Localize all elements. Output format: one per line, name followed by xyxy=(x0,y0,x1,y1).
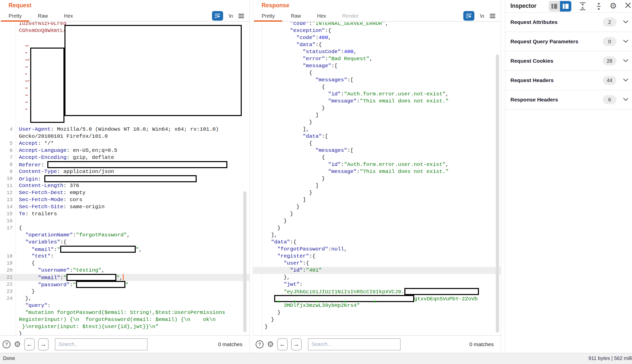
code-row: "error":"Bad Request", xyxy=(253,55,501,62)
inspector-section-request-cookies[interactable]: Request Cookies28 xyxy=(505,51,632,71)
section-label: Response Headers xyxy=(510,97,558,103)
code-row: 7Accept-Encoding: gzip, deflate xyxy=(0,154,250,161)
tab-pretty[interactable]: Pretty xyxy=(254,10,283,21)
previous-match-button[interactable]: ← xyxy=(24,338,35,350)
section-label: Request Headers xyxy=(510,77,554,83)
code-row: "variables":{ xyxy=(0,239,250,246)
section-count-badge: 44 xyxy=(603,76,616,85)
show-newlines-button[interactable]: \n xyxy=(229,13,233,19)
redacted-fragment: mKx xyxy=(25,85,28,89)
code-row: 18 "test": xyxy=(0,253,250,260)
section-count-badge: 28 xyxy=(603,56,616,65)
editor-menu-button[interactable] xyxy=(238,14,244,18)
previous-match-button[interactable]: ← xyxy=(277,338,288,350)
code-row: "message":"This email does not exist." xyxy=(253,98,501,105)
chevron-down-icon[interactable] xyxy=(623,20,628,25)
code-row: "register":{ xyxy=(253,253,501,260)
request-search-input[interactable] xyxy=(55,338,148,350)
chevron-down-icon[interactable] xyxy=(623,59,628,63)
section-label: Request Attributes xyxy=(510,19,557,25)
chevron-down-icon[interactable] xyxy=(623,40,628,44)
line-number: 15 xyxy=(0,210,13,217)
code-row: } xyxy=(253,309,501,316)
inspector-settings-button[interactable]: ⚙ xyxy=(610,1,617,11)
line-number: 16 xyxy=(0,217,13,225)
search-settings-gear-icon[interactable]: ⚙ xyxy=(267,340,274,348)
code-row: "mutation forgotPassword($email: String!… xyxy=(0,309,250,316)
soft-wrap-button[interactable] xyxy=(212,11,223,21)
inspector-panel: Inspector ⚙ xyxy=(505,0,632,353)
tab-pretty[interactable]: Pretty xyxy=(1,10,30,21)
help-icon[interactable]: ? xyxy=(3,340,11,348)
code-row: } xyxy=(0,330,250,335)
chevron-down-icon[interactable] xyxy=(623,78,628,83)
code-row: "data":[ xyxy=(253,133,501,140)
inspector-section-request-headers[interactable]: Request Headers44 xyxy=(505,71,632,90)
response-editor[interactable]: "code":"INTERNAL_SERVER_ERROR", "excepti… xyxy=(253,22,501,335)
inspector-close-button[interactable] xyxy=(625,2,631,9)
section-count-badge: 6 xyxy=(603,95,616,104)
soft-wrap-button[interactable] xyxy=(463,11,474,21)
code-row: ] xyxy=(253,182,501,189)
code-row: gtxvDEqnSVuPbY-2ZoVb xyxy=(253,295,501,302)
code-row: "eyJhbGciOiJIUzI1NiIsInR5cCI6IkpXVCJ9. xyxy=(253,288,501,295)
request-editor[interactable]: Iuz04fNszF0LreqCGhxmOoQ8WXmtL4mKxmKxmKxm… xyxy=(0,22,250,335)
response-size-timing: 911 bytes | 562 millis xyxy=(588,355,632,361)
code-row: 8Referer: xyxy=(0,161,250,168)
tab-raw[interactable]: Raw xyxy=(30,10,56,21)
next-match-button[interactable]: → xyxy=(38,338,49,350)
request-scrollbar[interactable] xyxy=(243,191,247,332)
code-row: 19 { xyxy=(0,260,250,267)
response-scrollbar[interactable] xyxy=(496,54,499,333)
search-settings-gear-icon[interactable]: ⚙ xyxy=(14,340,21,348)
code-row: 22 "password":"" xyxy=(0,281,250,288)
code-row: "forgotPassword":null, xyxy=(253,246,501,253)
response-search-input[interactable] xyxy=(308,338,401,350)
request-panel-title: Request xyxy=(9,2,31,9)
code-row: }\nregister(input: $test){user{id},jwt}}… xyxy=(0,323,250,330)
code-row: 23 } xyxy=(0,288,250,295)
next-match-button[interactable]: → xyxy=(291,338,302,350)
code-row: "jwt": xyxy=(253,281,501,288)
text-caret xyxy=(123,274,124,280)
code-row: } xyxy=(253,225,501,232)
tab-raw[interactable]: Raw xyxy=(283,10,309,21)
code-row: } xyxy=(253,323,501,330)
code-row: } xyxy=(253,316,501,323)
redaction-box xyxy=(60,246,136,253)
section-label: Request Cookies xyxy=(510,58,553,64)
show-newlines-button[interactable]: \n xyxy=(480,13,484,19)
chevron-down-icon[interactable] xyxy=(623,98,628,102)
request-panel: Request PrettyRawHex \n Iuz04fNszF0LreqC… xyxy=(0,0,250,353)
code-row: { xyxy=(253,84,501,91)
code-row: "query": xyxy=(0,302,250,309)
line-number: 5 xyxy=(0,140,13,147)
code-row: "messages":[ xyxy=(253,77,501,84)
code-row: 24 }, xyxy=(0,295,250,302)
redaction-box xyxy=(30,48,64,123)
inspector-dock-right-button[interactable] xyxy=(560,1,571,12)
expand-all-button[interactable] xyxy=(595,2,603,11)
redacted-fragment: mKx xyxy=(25,92,28,96)
inspector-section-request-query-parameters[interactable]: Request Query Parameters0 xyxy=(505,32,632,51)
line-number: 24 xyxy=(0,295,13,302)
inspector-section-request-attributes[interactable]: Request Attributes2 xyxy=(505,13,632,32)
collapse-all-button[interactable] xyxy=(579,2,586,11)
inspector-section-response-headers[interactable]: Response Headers6 xyxy=(505,90,632,110)
editor-menu-button[interactable] xyxy=(490,14,495,18)
line-number: 14 xyxy=(0,203,13,210)
tab-hex[interactable]: Hex xyxy=(309,10,334,21)
code-row: 10Origin: xyxy=(0,175,250,182)
request-match-count: 0 matches xyxy=(218,341,242,347)
expand-all-icon xyxy=(595,2,603,11)
tab-hex[interactable]: Hex xyxy=(56,10,81,21)
code-row: Gecko/20100101 Firefox/101.0 xyxy=(0,133,250,140)
code-row: "message":[ xyxy=(253,62,501,69)
code-row: } xyxy=(253,210,501,217)
redacted-fragment: mKx xyxy=(25,64,28,67)
code-row: 3MDlfjx3mzwL39ybHp2Krs4" xyxy=(253,302,501,309)
redaction-box xyxy=(64,25,242,116)
layout-left-icon xyxy=(551,4,553,9)
inspector-dock-left-button[interactable] xyxy=(549,1,560,12)
help-icon[interactable]: ? xyxy=(256,340,264,348)
